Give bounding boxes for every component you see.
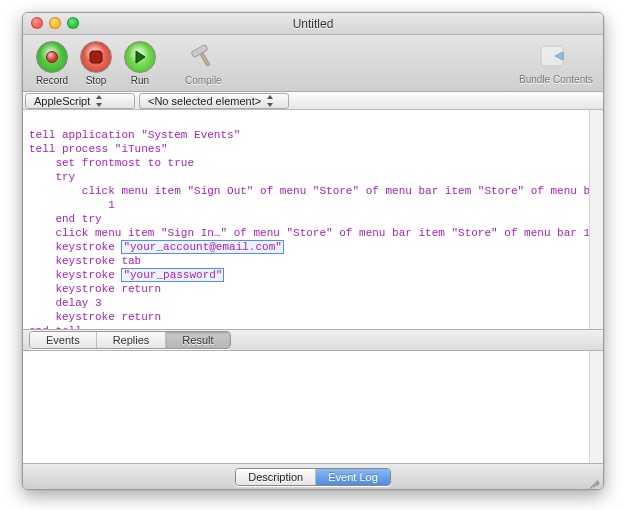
record-icon xyxy=(36,41,68,73)
hammer-icon xyxy=(187,41,219,73)
bottom-bar: Description Event Log xyxy=(23,463,603,489)
svg-marker-1 xyxy=(136,51,145,63)
stop-label: Stop xyxy=(86,75,107,86)
script-editor[interactable]: tell application "System Events" tell pr… xyxy=(23,110,603,329)
result-pane[interactable] xyxy=(23,351,603,463)
bundle-icon xyxy=(539,42,573,72)
tab-description[interactable]: Description xyxy=(236,469,316,485)
result-scrollbar[interactable] xyxy=(589,351,603,463)
titlebar[interactable]: Untitled xyxy=(23,13,603,35)
tab-replies[interactable]: Replies xyxy=(97,332,167,348)
record-button[interactable]: Record xyxy=(33,41,71,86)
password-highlight: "your_password" xyxy=(121,268,224,282)
record-label: Record xyxy=(36,75,68,86)
tab-event-log[interactable]: Event Log xyxy=(316,469,390,485)
view-tabs: Description Event Log xyxy=(235,468,391,486)
result-tabs-bar: Events Replies Result xyxy=(23,329,603,351)
language-popup[interactable]: AppleScript xyxy=(25,93,135,109)
resize-handle-icon[interactable] xyxy=(588,474,600,486)
navigation-bar: AppleScript <No selected element> xyxy=(23,92,603,110)
tab-result[interactable]: Result xyxy=(166,332,229,348)
run-label: Run xyxy=(131,75,149,86)
popup-arrows-icon xyxy=(94,95,104,107)
element-value: <No selected element> xyxy=(148,95,261,107)
traffic-lights xyxy=(31,17,79,29)
svg-rect-3 xyxy=(191,44,208,57)
result-tabs: Events Replies Result xyxy=(29,331,231,349)
run-icon xyxy=(124,41,156,73)
tab-events[interactable]: Events xyxy=(30,332,97,348)
stop-button[interactable]: Stop xyxy=(77,41,115,86)
compile-button[interactable]: Compile xyxy=(185,41,222,86)
element-popup[interactable]: <No selected element> xyxy=(139,93,289,109)
zoom-icon[interactable] xyxy=(67,17,79,29)
email-highlight: "your_account@email.com" xyxy=(121,240,283,254)
editor-scrollbar[interactable] xyxy=(589,110,603,329)
script-editor-window: Untitled Record Stop Run xyxy=(22,12,604,490)
minimize-icon[interactable] xyxy=(49,17,61,29)
run-button[interactable]: Run xyxy=(121,41,159,86)
compile-label: Compile xyxy=(185,75,222,86)
toolbar: Record Stop Run Compile xyxy=(23,35,603,92)
language-value: AppleScript xyxy=(34,95,90,107)
popup-arrows-icon xyxy=(265,95,275,107)
close-icon[interactable] xyxy=(31,17,43,29)
svg-marker-0 xyxy=(90,51,102,63)
window-title: Untitled xyxy=(293,17,334,31)
bundle-contents-button[interactable]: Bundle Contents xyxy=(519,42,593,85)
bundle-label: Bundle Contents xyxy=(519,74,593,85)
stop-icon xyxy=(80,41,112,73)
